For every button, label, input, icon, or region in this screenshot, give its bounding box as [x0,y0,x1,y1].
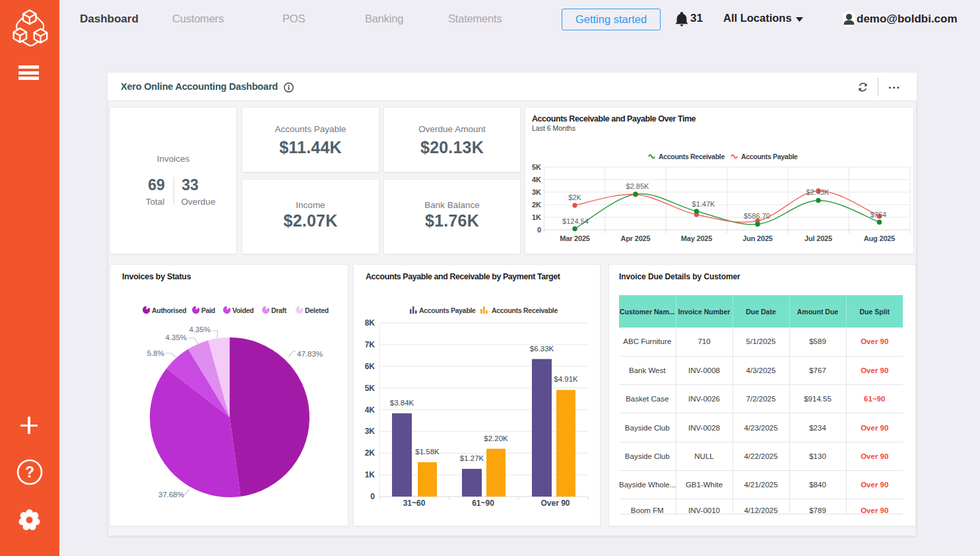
svg-text:$3.84K: $3.84K [390,399,414,407]
svg-text:Deleted: Deleted [305,306,329,314]
svg-text:Jun 2025: Jun 2025 [742,234,773,242]
svg-text:4K: 4K [365,405,376,415]
svg-text:$2.20K: $2.20K [484,434,508,442]
svg-text:1K: 1K [365,470,376,479]
svg-text:61~90: 61~90 [472,499,494,508]
svg-text:$586.70: $586.70 [744,212,770,220]
svg-text:6K: 6K [365,362,376,371]
svg-text:Aug 2025: Aug 2025 [864,234,895,242]
svg-text:5K: 5K [365,384,376,393]
svg-text:4.35%: 4.35% [165,333,187,341]
svg-text:37.68%: 37.68% [158,491,184,499]
svg-text:Mar 2025: Mar 2025 [560,234,590,242]
svg-text:Accounts Receivable and Payabl: Accounts Receivable and Payable Over Tim… [532,114,696,123]
svg-text:$2.43K: $2.43K [806,188,830,196]
svg-text:3K: 3K [532,188,541,196]
svg-text:Authorised: Authorised [152,306,186,314]
svg-text:Jul 2025: Jul 2025 [804,234,832,242]
svg-text:$1.47K: $1.47K [692,200,716,208]
svg-text:$1.58K: $1.58K [415,448,440,456]
svg-text:$764: $764 [870,211,886,219]
svg-text:Last 6 Months: Last 6 Months [532,124,575,132]
svg-text:8K: 8K [365,318,376,328]
svg-text:Accounts Payable: Accounts Payable [419,306,476,314]
svg-text:4K: 4K [532,176,541,184]
svg-text:Accounts Payable and Receivabl: Accounts Payable and Receivable by Payme… [366,272,561,281]
svg-text:May 2025: May 2025 [681,234,712,242]
svg-text:$4.91K: $4.91K [554,375,578,383]
svg-text:Over 90: Over 90 [540,499,570,508]
svg-text:5.8%: 5.8% [147,349,164,357]
svg-text:0: 0 [537,226,541,234]
svg-text:2K: 2K [365,448,376,458]
svg-text:Accounts Receivable: Accounts Receivable [659,153,725,160]
svg-text:$6.33K: $6.33K [530,345,554,353]
svg-text:2K: 2K [532,201,541,209]
svg-text:$2K: $2K [568,193,581,201]
svg-text:1K: 1K [532,213,541,221]
svg-text:31~60: 31~60 [403,499,426,508]
svg-text:Paid: Paid [201,306,215,314]
svg-text:47.83%: 47.83% [297,350,323,358]
svg-text:7K: 7K [365,340,376,349]
svg-text:$124.54: $124.54 [562,217,589,225]
svg-text:4.35%: 4.35% [189,326,211,333]
svg-text:$1.27K: $1.27K [460,454,484,462]
svg-text:3K: 3K [365,427,376,436]
svg-text:Draft: Draft [271,306,287,314]
svg-text:Invoices by Status: Invoices by Status [122,272,191,281]
svg-text:Accounts Receivable: Accounts Receivable [492,306,558,314]
svg-text:$2.85K: $2.85K [626,182,650,190]
svg-text:Voided: Voided [232,306,253,314]
svg-text:Accounts Payable: Accounts Payable [741,153,798,160]
svg-text:5K: 5K [532,163,541,171]
svg-text:?: ? [25,464,34,481]
svg-text:0: 0 [370,492,375,501]
svg-text:Apr 2025: Apr 2025 [621,234,651,242]
